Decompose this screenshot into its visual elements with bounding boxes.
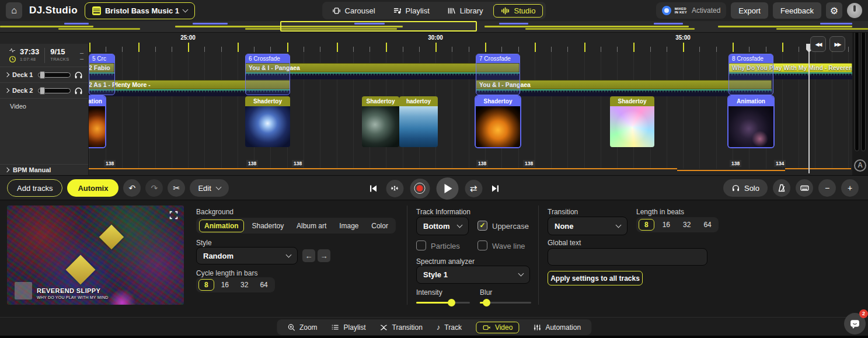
cycle-option-8[interactable]: 8 — [198, 279, 214, 291]
arrow-right-icon: → — [320, 252, 328, 260]
edit-menu-button[interactable]: Edit — [190, 179, 228, 197]
video-clip[interactable]: Shadertoy — [245, 96, 290, 147]
crossfade-region[interactable]: 7 Crossfade — [476, 54, 520, 95]
timeline-canvas[interactable]: ◀◀ ▶▶ 37:33 1:07:48 9/15 TRACKS –– Deck … — [0, 33, 868, 175]
timeline-minimap[interactable] — [0, 21, 868, 33]
style-next-button[interactable]: → — [318, 249, 330, 262]
deck2-volume-slider[interactable] — [38, 88, 71, 93]
video-clip[interactable]: hadertoy — [399, 96, 438, 147]
intensity-slider[interactable] — [416, 302, 470, 304]
keyboard-shortcuts-button[interactable] — [796, 179, 813, 197]
tab-playlist[interactable]: Playlist — [332, 323, 366, 332]
metronome-button[interactable] — [773, 179, 790, 197]
nav-playlist[interactable]: Playlist — [386, 5, 437, 17]
particles-checkbox[interactable] — [416, 241, 426, 250]
nav-carousel[interactable]: Carousel — [325, 5, 382, 17]
background-option-shadertoy[interactable]: Shadertoy — [247, 220, 288, 232]
beats-option-8[interactable]: 8 — [639, 219, 654, 231]
video-preview[interactable]: REVEREND SLIPPY WHY DO YOU PLAY WITH MY … — [7, 205, 184, 305]
loop-button[interactable]: ⇄ — [465, 180, 482, 197]
tab-track[interactable]: ♪ Track — [437, 323, 462, 332]
tab-automation[interactable]: Automation — [533, 323, 581, 332]
export-button[interactable]: Export — [731, 2, 768, 19]
minimap-track-segment — [776, 28, 868, 30]
headphones-icon[interactable] — [74, 86, 83, 95]
playhead[interactable] — [808, 44, 810, 173]
intensity-thumb[interactable] — [448, 299, 455, 306]
home-icon[interactable]: ⌂ — [6, 2, 22, 19]
automix-button[interactable]: Automix — [67, 179, 118, 197]
background-option-color[interactable]: Color — [367, 220, 393, 232]
add-tracks-button[interactable]: Add tracks — [7, 179, 62, 197]
transition-dropdown[interactable]: None — [548, 217, 628, 235]
zoom-in-button[interactable]: + — [841, 179, 859, 197]
slider-thumb[interactable] — [40, 71, 45, 79]
auto-badge-icon[interactable]: A — [854, 159, 866, 172]
zoom-out-button[interactable]: − — [818, 179, 836, 197]
background-option-album-art[interactable]: Album art — [292, 220, 331, 232]
minimap-viewport[interactable] — [280, 21, 477, 32]
nav-studio[interactable]: Studio — [494, 4, 543, 18]
deck2-track-clip[interactable]: You & I - Pangaea — [476, 80, 772, 89]
nav-library[interactable]: Library — [440, 5, 490, 17]
ruler-time-label: 25:00 — [180, 34, 196, 41]
video-clip[interactable]: Shadertoy — [476, 96, 520, 147]
crossfade-region[interactable]: 8 Crossfade — [728, 54, 773, 95]
undo-button[interactable]: ↶ — [123, 179, 141, 197]
tab-transition[interactable]: Transition — [380, 323, 423, 332]
solo-button[interactable]: Solo — [723, 179, 768, 197]
redo-button[interactable]: ↷ — [145, 179, 163, 197]
fullscreen-icon[interactable] — [169, 211, 178, 219]
cycle-length-options: 8 16 32 64 — [196, 277, 275, 292]
next-track-button[interactable] — [489, 182, 501, 195]
spectrum-style-dropdown[interactable]: Style 1 — [416, 266, 530, 284]
project-dropdown[interactable]: Bristol Bass Music 1 — [85, 2, 195, 19]
video-clip[interactable]: Shadertoy — [610, 96, 654, 147]
style-dropdown[interactable]: Random — [196, 247, 298, 264]
record-button[interactable] — [410, 179, 430, 198]
headphones-icon[interactable] — [74, 71, 83, 79]
cycle-option-64[interactable]: 64 — [255, 279, 272, 291]
crossfade-region[interactable]: 5 Crc — [89, 54, 115, 95]
beats-option-32[interactable]: 32 — [678, 219, 695, 231]
deck1-volume-slider[interactable] — [38, 72, 71, 78]
play-button[interactable] — [436, 177, 458, 200]
cycle-option-32[interactable]: 32 — [236, 279, 253, 291]
ruler-tick — [172, 47, 172, 52]
feedback-button[interactable]: Feedback — [773, 2, 821, 19]
avatar[interactable] — [847, 3, 862, 18]
tab-zoom[interactable]: Zoom — [287, 323, 318, 332]
spectrum-value: Style 1 — [423, 270, 448, 279]
chevron-right-icon[interactable] — [5, 72, 9, 77]
crossfade-region[interactable]: 6 Crossfade — [245, 54, 290, 95]
cycle-option-16[interactable]: 16 — [217, 279, 233, 291]
text-position-dropdown[interactable]: Bottom — [416, 217, 469, 235]
skip-back-button[interactable]: ◀◀ — [810, 36, 826, 52]
global-text-input[interactable] — [548, 248, 707, 266]
skip-forward-button[interactable]: ▶▶ — [829, 36, 845, 52]
chevron-right-icon[interactable] — [5, 88, 9, 93]
cut-button[interactable]: ✂ — [168, 179, 185, 197]
blur-slider[interactable] — [480, 302, 531, 304]
uppercase-checkbox[interactable]: ✓ — [477, 221, 487, 231]
jump-to-playhead-button[interactable] — [386, 180, 403, 197]
beats-option-64[interactable]: 64 — [699, 219, 716, 231]
previous-track-button[interactable] — [367, 182, 379, 195]
mixed-in-key-badge[interactable]: MIXEDIN KEY Activated — [656, 2, 727, 19]
ruler-tick — [848, 47, 849, 52]
wave-line-checkbox[interactable] — [477, 241, 487, 250]
minimap-crossfade-segment — [64, 23, 89, 25]
settings-button[interactable]: ⚙ — [826, 2, 842, 19]
ruler-tick — [766, 47, 766, 52]
tab-video[interactable]: Video — [476, 322, 519, 333]
video-clip[interactable]: Shadertoy — [362, 96, 399, 147]
background-option-animation[interactable]: Animation — [199, 219, 244, 232]
beats-option-16[interactable]: 16 — [658, 219, 675, 231]
style-prev-button[interactable]: ← — [302, 249, 315, 262]
slider-thumb[interactable] — [40, 87, 45, 95]
bpm-manual-row[interactable]: BPM Manual — [0, 164, 88, 175]
blur-thumb[interactable] — [483, 299, 490, 306]
apply-settings-button[interactable]: Apply settings to all tracks — [548, 271, 643, 285]
video-clip[interactable]: Animation — [728, 96, 773, 147]
background-option-image[interactable]: Image — [334, 220, 363, 232]
